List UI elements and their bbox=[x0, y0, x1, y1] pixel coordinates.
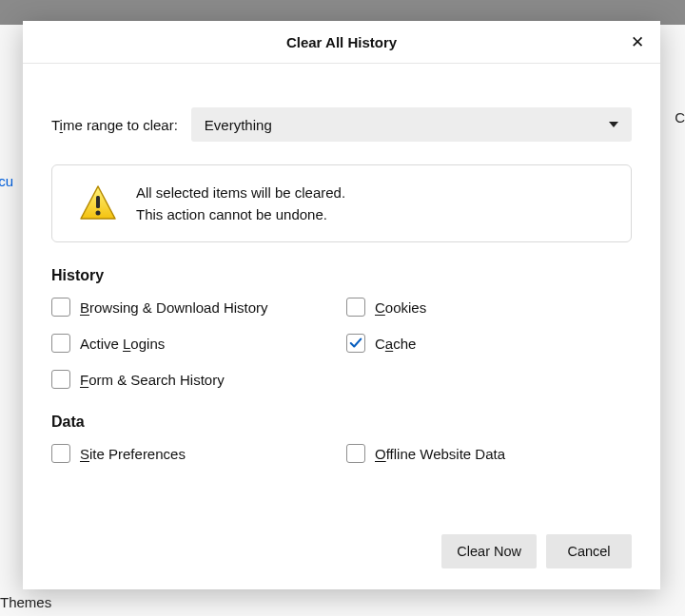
background-link-fragment: ecu bbox=[0, 173, 13, 189]
chevron-down-icon bbox=[609, 122, 618, 127]
history-checkbox-group: Browsing & Download HistoryCookiesActive… bbox=[51, 298, 632, 389]
dialog-header: Clear All History ✕ bbox=[23, 21, 660, 64]
checkbox-label: Cache bbox=[375, 336, 416, 352]
checkbox-label: Cookies bbox=[375, 299, 426, 316]
warning-icon bbox=[79, 184, 117, 222]
dialog-title: Clear All History bbox=[286, 34, 397, 50]
check-icon bbox=[349, 337, 362, 350]
close-icon: ✕ bbox=[631, 32, 644, 52]
warning-line-1: All selected items will be cleared. bbox=[136, 184, 345, 201]
checkbox-label: Browsing & Download History bbox=[80, 299, 268, 316]
data-checkbox-group: Site PreferencesOffline Website Data bbox=[51, 444, 632, 463]
checkbox-form[interactable]: Form & Search History bbox=[51, 370, 337, 389]
cancel-button[interactable]: Cancel bbox=[546, 534, 632, 568]
checkbox-cache[interactable]: Cache bbox=[346, 334, 632, 353]
checkbox-label: Form & Search History bbox=[80, 372, 225, 388]
time-range-selected-value: Everything bbox=[205, 117, 272, 133]
close-button[interactable]: ✕ bbox=[624, 29, 651, 55]
time-range-row: Time range to clear: Everything bbox=[51, 107, 632, 142]
background-right-fragment: C bbox=[675, 109, 685, 125]
dialog-body: Time range to clear: Everything bbox=[23, 64, 660, 488]
checkbox-siteprefs[interactable]: Site Preferences bbox=[51, 444, 337, 463]
checkbox-box bbox=[346, 298, 365, 317]
svg-point-2 bbox=[96, 211, 101, 216]
warning-panel: All selected items will be cleared. This… bbox=[51, 164, 632, 242]
checkbox-box bbox=[346, 444, 365, 463]
checkbox-box bbox=[346, 334, 365, 353]
checkbox-label: Site Preferences bbox=[80, 446, 186, 462]
clear-now-button[interactable]: Clear Now bbox=[441, 534, 537, 568]
checkbox-box bbox=[51, 370, 70, 389]
time-range-label: Time range to clear: bbox=[51, 117, 178, 133]
checkbox-box bbox=[51, 444, 70, 463]
checkbox-cookies[interactable]: Cookies bbox=[346, 298, 632, 317]
clear-history-dialog: Clear All History ✕ Time range to clear:… bbox=[23, 21, 660, 589]
section-title-data: Data bbox=[51, 414, 632, 431]
checkbox-browsing[interactable]: Browsing & Download History bbox=[51, 298, 337, 317]
checkbox-label: Offline Website Data bbox=[375, 446, 505, 462]
svg-rect-1 bbox=[96, 196, 100, 208]
section-title-history: History bbox=[51, 267, 632, 284]
time-range-select[interactable]: Everything bbox=[191, 107, 632, 142]
warning-text: All selected items will be cleared. This… bbox=[136, 184, 345, 222]
warning-line-2: This action cannot be undone. bbox=[136, 206, 345, 222]
dialog-button-row: Clear Now Cancel bbox=[23, 534, 660, 589]
checkbox-label: Active Logins bbox=[80, 336, 165, 352]
checkbox-box bbox=[51, 334, 70, 353]
background-themes-text: Themes bbox=[0, 594, 51, 610]
checkbox-offline[interactable]: Offline Website Data bbox=[346, 444, 632, 463]
checkbox-logins[interactable]: Active Logins bbox=[51, 334, 337, 353]
checkbox-box bbox=[51, 298, 70, 317]
